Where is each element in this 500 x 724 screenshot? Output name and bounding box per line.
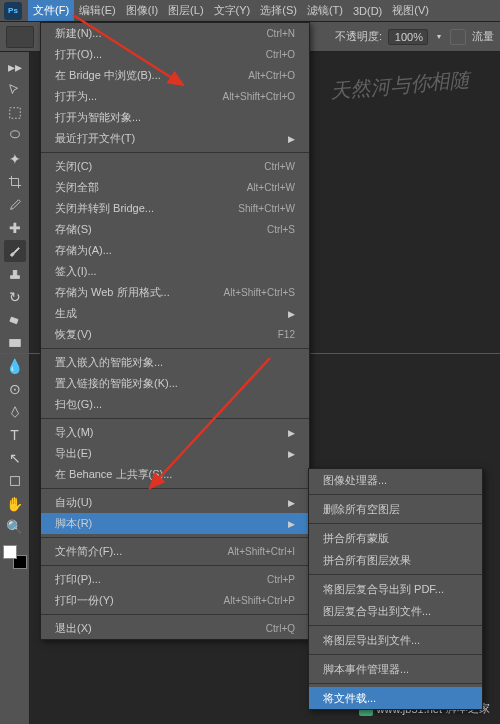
blur-tool[interactable]: 💧 bbox=[4, 355, 26, 377]
fg-swatch[interactable] bbox=[3, 545, 17, 559]
menu-select[interactable]: 选择(S) bbox=[255, 0, 302, 21]
gradient-tool[interactable] bbox=[4, 332, 26, 354]
crop-tool[interactable] bbox=[4, 171, 26, 193]
menu-3d[interactable]: 3D(D) bbox=[348, 2, 387, 20]
svg-rect-5 bbox=[9, 340, 20, 347]
script-menu-item[interactable]: 将图层导出到文件... bbox=[309, 629, 482, 651]
eraser-tool[interactable] bbox=[4, 309, 26, 331]
lasso-tool[interactable] bbox=[4, 125, 26, 147]
file-menu-item[interactable]: 签入(I)... bbox=[41, 261, 309, 282]
file-menu-item[interactable]: 置入嵌入的智能对象... bbox=[41, 352, 309, 373]
collapse-icon[interactable]: ▸▸ bbox=[4, 56, 26, 78]
watermark-text: 天然河与你相随 bbox=[329, 66, 471, 105]
file-menu-item[interactable]: 脚本(R)▶ bbox=[41, 513, 309, 534]
pen-tool[interactable] bbox=[4, 401, 26, 423]
file-menu-item[interactable]: 打印(P)...Ctrl+P bbox=[41, 569, 309, 590]
dodge-tool[interactable]: ⊙ bbox=[4, 378, 26, 400]
file-menu-item[interactable]: 在 Behance 上共享(S)... bbox=[41, 464, 309, 485]
file-menu-item[interactable]: 扫包(G)... bbox=[41, 394, 309, 415]
svg-rect-6 bbox=[10, 477, 19, 486]
opacity-value[interactable]: 100% bbox=[388, 29, 428, 45]
script-menu-item[interactable]: 删除所有空图层 bbox=[309, 498, 482, 520]
zoom-tool[interactable]: 🔍 bbox=[4, 516, 26, 538]
opacity-label: 不透明度: bbox=[335, 29, 382, 44]
file-menu-item[interactable]: 存储为 Web 所用格式...Alt+Shift+Ctrl+S bbox=[41, 282, 309, 303]
history-brush-tool[interactable]: ↻ bbox=[4, 286, 26, 308]
brush-tool[interactable] bbox=[4, 240, 26, 262]
file-menu-item[interactable]: 自动(U)▶ bbox=[41, 492, 309, 513]
menu-view[interactable]: 视图(V) bbox=[387, 0, 434, 21]
file-menu-item[interactable]: 在 Bridge 中浏览(B)...Alt+Ctrl+O bbox=[41, 65, 309, 86]
svg-point-1 bbox=[10, 131, 19, 138]
wand-tool[interactable]: ✦ bbox=[4, 148, 26, 170]
menu-file[interactable]: 文件(F) bbox=[28, 0, 74, 21]
heal-tool[interactable]: ✚ bbox=[4, 217, 26, 239]
marquee-tool[interactable] bbox=[4, 102, 26, 124]
stamp-tool[interactable] bbox=[4, 263, 26, 285]
tool-panel: ▸▸ ✦ ✚ ↻ 💧 ⊙ T ↖ ✋ 🔍 bbox=[0, 52, 30, 724]
hand-tool[interactable]: ✋ bbox=[4, 493, 26, 515]
file-menu-item[interactable]: 导出(E)▶ bbox=[41, 443, 309, 464]
menu-layer[interactable]: 图层(L) bbox=[163, 0, 208, 21]
type-tool[interactable]: T bbox=[4, 424, 26, 446]
script-menu-item[interactable]: 图层复合导出到文件... bbox=[309, 600, 482, 622]
file-menu-item[interactable]: 关闭(C)Ctrl+W bbox=[41, 156, 309, 177]
menu-filter[interactable]: 滤镜(T) bbox=[302, 0, 348, 21]
opacity-dropdown-icon[interactable]: ▾ bbox=[434, 32, 444, 42]
script-menu-item[interactable]: 拼合所有蒙版 bbox=[309, 527, 482, 549]
file-menu-item[interactable]: 存储为(A)... bbox=[41, 240, 309, 261]
file-menu-item[interactable]: 文件简介(F)...Alt+Shift+Ctrl+I bbox=[41, 541, 309, 562]
file-menu-item[interactable]: 关闭并转到 Bridge...Shift+Ctrl+W bbox=[41, 198, 309, 219]
file-menu-dropdown: 新建(N)...Ctrl+N打开(O)...Ctrl+O在 Bridge 中浏览… bbox=[40, 22, 310, 640]
file-menu-item[interactable]: 关闭全部Alt+Ctrl+W bbox=[41, 177, 309, 198]
path-tool[interactable]: ↖ bbox=[4, 447, 26, 469]
script-menu-item[interactable]: 将图层复合导出到 PDF... bbox=[309, 578, 482, 600]
file-menu-item[interactable]: 最近打开文件(T)▶ bbox=[41, 128, 309, 149]
flow-label: 流量 bbox=[472, 29, 494, 44]
file-menu-item[interactable]: 新建(N)...Ctrl+N bbox=[41, 23, 309, 44]
eyedropper-tool[interactable] bbox=[4, 194, 26, 216]
script-menu-item[interactable]: 图像处理器... bbox=[309, 469, 482, 491]
file-menu-item[interactable]: 打开为...Alt+Shift+Ctrl+O bbox=[41, 86, 309, 107]
menu-bar: Ps 文件(F) 编辑(E) 图像(I) 图层(L) 文字(Y) 选择(S) 滤… bbox=[0, 0, 500, 22]
file-menu-item[interactable]: 置入链接的智能对象(K)... bbox=[41, 373, 309, 394]
script-menu-item[interactable]: 脚本事件管理器... bbox=[309, 658, 482, 680]
menu-type[interactable]: 文字(Y) bbox=[209, 0, 256, 21]
menu-edit[interactable]: 编辑(E) bbox=[74, 0, 121, 21]
file-menu-item[interactable]: 恢复(V)F12 bbox=[41, 324, 309, 345]
file-menu-item[interactable]: 打开(O)...Ctrl+O bbox=[41, 44, 309, 65]
color-swatches[interactable] bbox=[3, 545, 27, 569]
file-menu-item[interactable]: 生成▶ bbox=[41, 303, 309, 324]
svg-rect-4 bbox=[9, 317, 17, 324]
script-submenu: 图像处理器...删除所有空图层拼合所有蒙版拼合所有图层效果将图层复合导出到 PD… bbox=[308, 468, 483, 710]
tool-preset[interactable] bbox=[6, 26, 34, 48]
shape-tool[interactable] bbox=[4, 470, 26, 492]
file-menu-item[interactable]: 退出(X)Ctrl+Q bbox=[41, 618, 309, 639]
app-logo: Ps bbox=[4, 2, 22, 20]
pressure-icon[interactable] bbox=[450, 29, 466, 45]
file-menu-item[interactable]: 导入(M)▶ bbox=[41, 422, 309, 443]
menu-image[interactable]: 图像(I) bbox=[121, 0, 163, 21]
script-menu-item[interactable]: 拼合所有图层效果 bbox=[309, 549, 482, 571]
move-tool[interactable] bbox=[4, 79, 26, 101]
svg-rect-0 bbox=[9, 108, 20, 119]
script-menu-item[interactable]: 将文件载... bbox=[309, 687, 482, 709]
file-menu-item[interactable]: 打印一份(Y)Alt+Shift+Ctrl+P bbox=[41, 590, 309, 611]
svg-rect-3 bbox=[13, 271, 17, 276]
file-menu-item[interactable]: 存储(S)Ctrl+S bbox=[41, 219, 309, 240]
file-menu-item[interactable]: 打开为智能对象... bbox=[41, 107, 309, 128]
